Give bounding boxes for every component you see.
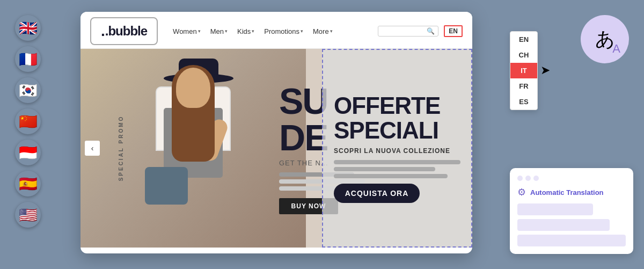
lang-option-it[interactable]: IT (510, 63, 537, 78)
language-dropdown: EN CH IT FR ES (510, 31, 538, 110)
hero-section: SPECIAL PROMO ‹ SU DE GET THE N... BUY N… (80, 49, 472, 248)
card-dot-2 (525, 176, 531, 181)
italian-subtitle: SCOPRI LA NUOVA COLLEZIONE (334, 147, 460, 155)
promotions-arrow: ▾ (301, 28, 303, 34)
flag-us[interactable]: 🇺🇸 (15, 202, 41, 228)
women-arrow: ▾ (198, 28, 201, 34)
nav-kids[interactable]: Kids ▾ (235, 26, 257, 37)
logo-dot: . (101, 23, 105, 40)
more-arrow: ▾ (330, 28, 333, 34)
flag-cn[interactable]: 🇨🇳 (15, 108, 41, 134)
card-dot-3 (533, 176, 539, 181)
italian-line-a (334, 160, 460, 164)
logo-box: ..bubble (90, 17, 158, 45)
card-title: Automatic Translation (530, 188, 604, 197)
head (176, 68, 210, 108)
card-dots (517, 176, 626, 181)
italian-line-b (334, 167, 435, 171)
search-icon[interactable]: 🔍 (427, 27, 435, 35)
nav-more[interactable]: More ▾ (311, 26, 335, 37)
card-field-1 (517, 203, 593, 215)
vertical-promo-text: SPECIAL PROMO (118, 115, 124, 181)
nav-promotions[interactable]: Promotions ▾ (262, 26, 305, 37)
translation-bubble: あ A (581, 15, 629, 63)
bag (145, 167, 188, 205)
italian-line1: OFFERTE (334, 93, 460, 118)
italian-line-c (334, 174, 448, 178)
search-box: 🔍 (378, 26, 438, 37)
italian-overlay: OFFERTE SPECIALI SCOPRI LA NUOVA COLLEZI… (322, 49, 472, 248)
italian-text-lines (334, 160, 460, 178)
language-button[interactable]: EN (444, 25, 463, 37)
lang-option-ch[interactable]: CH (510, 47, 537, 63)
card-field-3 (517, 235, 626, 246)
flag-fr[interactable]: 🇫🇷 (15, 46, 41, 72)
flag-gb[interactable]: 🇬🇧 (15, 15, 41, 41)
flag-id[interactable]: 🇮🇩 (15, 140, 41, 165)
lang-option-fr[interactable]: FR (510, 78, 537, 94)
card-fields (517, 203, 626, 246)
translation-icon: あ (595, 26, 615, 53)
nav-bar: Women ▾ Men ▾ Kids ▾ Promotions ▾ More ▾… (171, 25, 463, 37)
flag-es[interactable]: 🇪🇸 (15, 171, 41, 197)
lang-option-es[interactable]: ES (510, 94, 537, 110)
browser-window: ..bubble Women ▾ Men ▾ Kids ▾ Promotions… (80, 12, 472, 253)
carousel-prev-button[interactable]: ‹ (85, 141, 100, 156)
bubble-logo: ..bubble (101, 23, 147, 40)
fashion-figure (113, 49, 274, 248)
flag-kr[interactable]: 🇰🇷 (15, 77, 41, 103)
nav-men[interactable]: Men ▾ (208, 26, 230, 37)
browser-header: ..bubble Women ▾ Men ▾ Kids ▾ Promotions… (80, 12, 472, 49)
gear-icon: ⚙ (517, 186, 526, 198)
acquista-button[interactable]: ACQUISTA ORA (334, 184, 420, 203)
italian-line2: SPECIALI (334, 118, 460, 143)
translation-icon-a: A (612, 42, 620, 56)
nav-women[interactable]: Women ▾ (171, 26, 203, 37)
lang-option-en[interactable]: EN (510, 32, 537, 47)
men-arrow: ▾ (225, 28, 228, 34)
card-header: ⚙ Automatic Translation (517, 186, 626, 198)
flag-column: 🇬🇧 🇫🇷 🇰🇷 🇨🇳 🇮🇩 🇪🇸 🇺🇸 (15, 15, 41, 228)
kids-arrow: ▾ (252, 28, 254, 34)
auto-translation-card: ⚙ Automatic Translation (510, 168, 633, 254)
card-field-2 (517, 219, 610, 231)
search-input[interactable] (382, 27, 425, 35)
cursor-arrow: ➤ (540, 63, 550, 77)
card-dot-1 (517, 176, 523, 181)
